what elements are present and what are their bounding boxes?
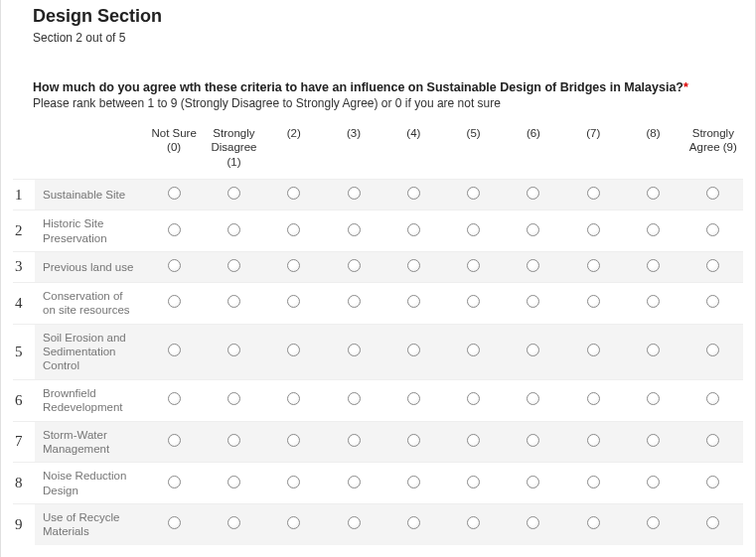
radio-option[interactable] [348, 259, 361, 272]
radio-option[interactable] [706, 516, 719, 529]
radio-option[interactable] [467, 344, 480, 356]
radio-option[interactable] [287, 259, 300, 272]
radio-option[interactable] [348, 516, 361, 529]
radio-option[interactable] [348, 187, 361, 200]
radio-option[interactable] [227, 434, 240, 447]
radio-option[interactable] [168, 259, 181, 272]
radio-option[interactable] [287, 434, 300, 447]
radio-option[interactable] [587, 259, 600, 272]
radio-option[interactable] [168, 476, 181, 488]
radio-option[interactable] [168, 516, 181, 529]
radio-option[interactable] [647, 476, 660, 488]
radio-option[interactable] [287, 223, 300, 236]
radio-cell [563, 282, 623, 324]
radio-option[interactable] [467, 259, 480, 272]
radio-option[interactable] [527, 434, 539, 447]
radio-option[interactable] [527, 295, 539, 308]
radio-option[interactable] [467, 187, 480, 200]
radio-option[interactable] [587, 187, 600, 200]
radio-option[interactable] [168, 295, 181, 308]
radio-option[interactable] [287, 392, 300, 405]
radio-option[interactable] [706, 344, 719, 356]
radio-option[interactable] [168, 223, 181, 236]
radio-option[interactable] [168, 344, 181, 356]
radio-option[interactable] [706, 295, 719, 308]
radio-option[interactable] [227, 295, 240, 308]
radio-option[interactable] [348, 295, 361, 308]
radio-option[interactable] [287, 187, 300, 200]
radio-option[interactable] [348, 434, 361, 447]
radio-option[interactable] [407, 476, 420, 488]
radio-option[interactable] [527, 223, 539, 236]
radio-option[interactable] [527, 476, 539, 488]
radio-option[interactable] [706, 476, 719, 488]
radio-option[interactable] [287, 295, 300, 308]
radio-option[interactable] [407, 223, 420, 236]
radio-cell [683, 251, 743, 282]
radio-option[interactable] [706, 434, 719, 447]
col-header: (6) [504, 122, 563, 180]
radio-option[interactable] [168, 187, 181, 200]
radio-option[interactable] [647, 392, 660, 405]
radio-option[interactable] [647, 434, 660, 447]
radio-option[interactable] [348, 476, 361, 488]
radio-option[interactable] [587, 392, 600, 405]
radio-option[interactable] [467, 295, 480, 308]
radio-option[interactable] [227, 516, 240, 529]
radio-cell [144, 251, 204, 282]
radio-option[interactable] [407, 434, 420, 447]
radio-option[interactable] [647, 187, 660, 200]
radio-option[interactable] [527, 392, 539, 405]
radio-option[interactable] [287, 516, 300, 529]
radio-option[interactable] [647, 344, 660, 356]
radio-option[interactable] [227, 344, 240, 356]
radio-option[interactable] [407, 295, 420, 308]
radio-option[interactable] [227, 259, 240, 272]
radio-cell [504, 180, 563, 210]
radio-option[interactable] [348, 344, 361, 356]
radio-option[interactable] [647, 259, 660, 272]
row-label: Noise Reduction Design [35, 463, 144, 504]
radio-option[interactable] [407, 187, 420, 200]
radio-option[interactable] [647, 223, 660, 236]
radio-option[interactable] [467, 516, 480, 529]
radio-option[interactable] [467, 434, 480, 447]
radio-option[interactable] [527, 259, 539, 272]
radio-option[interactable] [227, 392, 240, 405]
radio-option[interactable] [467, 223, 480, 236]
radio-option[interactable] [467, 476, 480, 488]
radio-option[interactable] [706, 392, 719, 405]
radio-option[interactable] [407, 516, 420, 529]
radio-option[interactable] [227, 476, 240, 488]
radio-cell [623, 504, 682, 545]
radio-option[interactable] [587, 476, 600, 488]
radio-option[interactable] [587, 344, 600, 356]
radio-option[interactable] [706, 223, 719, 236]
radio-option[interactable] [647, 295, 660, 308]
row-number: 4 [13, 282, 35, 324]
radio-option[interactable] [706, 259, 719, 272]
radio-option[interactable] [647, 516, 660, 529]
radio-option[interactable] [587, 516, 600, 529]
radio-option[interactable] [227, 223, 240, 236]
radio-option[interactable] [527, 516, 539, 529]
radio-option[interactable] [467, 392, 480, 405]
radio-option[interactable] [168, 434, 181, 447]
radio-option[interactable] [287, 344, 300, 356]
radio-option[interactable] [287, 476, 300, 488]
radio-option[interactable] [407, 392, 420, 405]
radio-option[interactable] [587, 295, 600, 308]
radio-option[interactable] [527, 344, 539, 356]
radio-option[interactable] [227, 187, 240, 200]
radio-option[interactable] [407, 259, 420, 272]
radio-option[interactable] [706, 187, 719, 200]
radio-option[interactable] [527, 187, 539, 200]
radio-option[interactable] [407, 344, 420, 356]
radio-option[interactable] [587, 434, 600, 447]
radio-cell [623, 180, 682, 210]
row-label: Historic Site Preservation [35, 210, 144, 252]
radio-option[interactable] [348, 392, 361, 405]
radio-option[interactable] [168, 392, 181, 405]
radio-option[interactable] [587, 223, 600, 236]
radio-option[interactable] [348, 223, 361, 236]
